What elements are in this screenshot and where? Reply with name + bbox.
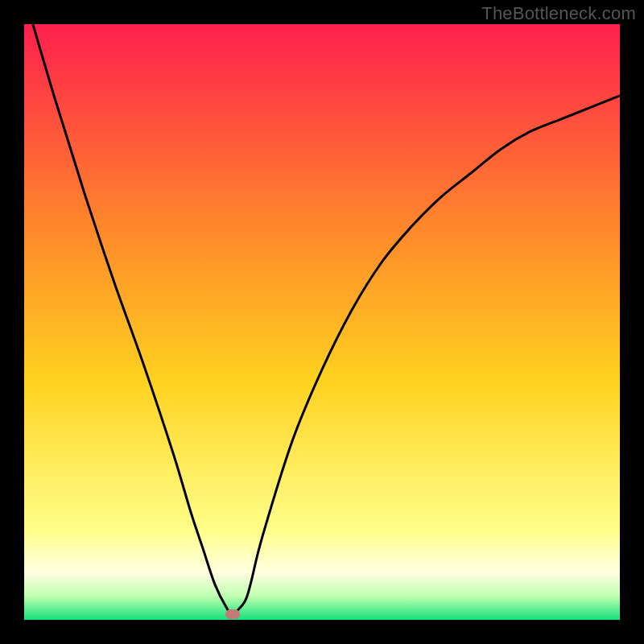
plot-area (24, 24, 620, 620)
watermark-text: TheBottleneck.com (481, 3, 636, 24)
chart-frame: TheBottleneck.com (0, 0, 644, 644)
bottleneck-marker (225, 609, 240, 619)
bottleneck-curve (24, 24, 620, 620)
